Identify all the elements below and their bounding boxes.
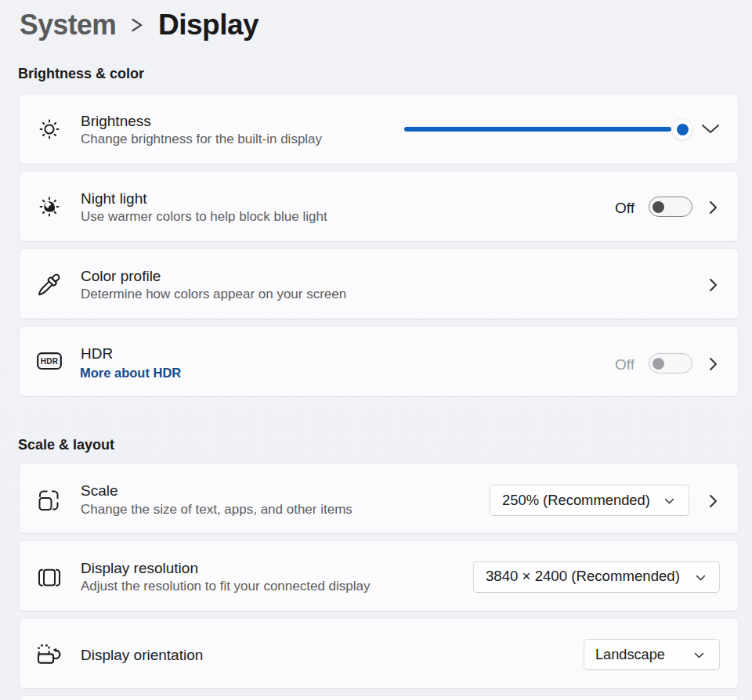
svg-text:HDR: HDR xyxy=(41,357,59,366)
